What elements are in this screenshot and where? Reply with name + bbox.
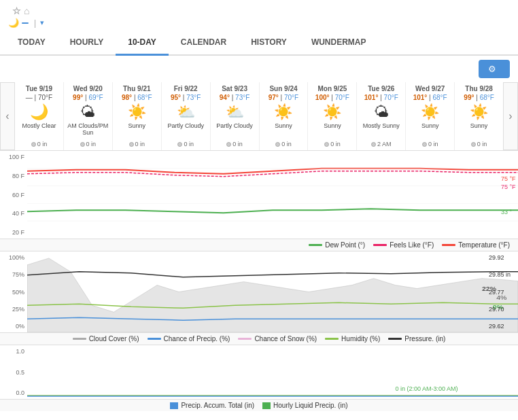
svg-text:0 in (2:00 AM-3:00 AM): 0 in (2:00 AM-3:00 AM) — [396, 385, 458, 392]
legend-color — [238, 338, 252, 340]
day-desc: Sunny — [457, 122, 501, 139]
chevron-down-icon: ▾ — [40, 18, 44, 27]
tab-calendar[interactable]: CALENDAR — [169, 31, 239, 56]
legend-label: Hourly Liquid Precip. (in) — [273, 402, 348, 409]
legend-label: Dew Point (°) — [325, 241, 365, 249]
day-date: Wed 9/27 — [408, 85, 452, 92]
precip-chart-y-labels: 1.00.50.0 — [0, 345, 26, 399]
legend-label: Humidity (%) — [341, 335, 380, 343]
legend-color — [262, 402, 271, 409]
legend-item: Humidity (%) — [325, 335, 380, 343]
day-desc: Sunny — [408, 122, 452, 139]
temp-chart-legend: Dew Point (°)Feels Like (°F)Temperature … — [0, 239, 518, 251]
y-label: 100 F — [1, 154, 24, 160]
tab-wundermap[interactable]: WUNDERMAP — [299, 31, 379, 56]
day-icon: ☀️ — [408, 103, 452, 121]
tab-history[interactable]: HISTORY — [239, 31, 299, 56]
legend-item: Chance of Precip. (%) — [148, 335, 230, 343]
home-icon[interactable]: ⌂ — [24, 5, 29, 16]
y-label: 25% — [1, 306, 24, 313]
tab-10-day[interactable]: 10-DAY — [116, 31, 169, 56]
day-temps: 101° | 70°F — [359, 94, 403, 101]
legend-item: Chance of Snow (%) — [238, 335, 317, 343]
day-desc: Sunny — [310, 122, 354, 139]
day-desc: Sunny — [262, 122, 306, 139]
day-date: Wed 9/20 — [66, 85, 110, 92]
pressure-label: 29.85 in — [489, 271, 517, 278]
day-desc: Partly Cloudy — [213, 122, 257, 139]
svg-text:75 °F: 75 °F — [501, 183, 516, 190]
day-temps: — | 70°F — [17, 94, 61, 101]
day-col-8: Wed 9/27 101° | 68°F ☀️ Sunny 0 in — [406, 82, 455, 150]
day-date: Fri 9/22 — [164, 85, 208, 92]
nav-tabs: TODAYHOURLY10-DAYCALENDARHISTORYWUNDERMA… — [0, 31, 518, 56]
legend-item: Pressure. (in) — [388, 335, 445, 343]
day-col-7: Tue 9/26 101° | 70°F 🌤 Mostly Sunny 2 AM — [357, 82, 406, 150]
day-temps: 94° | 73°F — [213, 94, 257, 101]
cloud-chart-y-labels: 100%75%50%25%0% — [0, 251, 26, 332]
day-date: Thu 9/28 — [457, 85, 501, 92]
pressure-label: 29.70 — [489, 306, 517, 313]
day-precip: 0 in — [262, 141, 306, 147]
cloud-chart-legend: Cloud Cover (%)Chance of Precip. (%)Chan… — [0, 333, 518, 345]
pressure-label: 29.92 — [489, 254, 517, 261]
day-temps: 97° | 70°F — [262, 94, 306, 101]
cloud-chart: 100%75%50%25%0% 29.9229.85 in29.7729.702… — [0, 251, 518, 333]
change-link[interactable]: ▾ — [39, 18, 44, 27]
day-col-6: Mon 9/25 100° | 70°F ☀️ Sunny 0 in — [308, 82, 357, 150]
customize-button[interactable]: ⚙ — [479, 60, 510, 78]
legend-item: Feels Like (°F) — [373, 241, 434, 249]
day-icon: ☀️ — [262, 103, 306, 121]
day-precip: 0 in — [66, 141, 110, 147]
svg-marker-7 — [27, 258, 518, 332]
pressure-labels: 29.9229.85 in29.7729.7029.62 — [487, 251, 518, 332]
legend-label: Feels Like (°F) — [390, 241, 434, 249]
svg-text:33 °: 33 ° — [501, 209, 513, 215]
day-col-5: Sun 9/24 97° | 70°F ☀️ Sunny 0 in — [260, 82, 309, 150]
day-icon: ⛅ — [213, 103, 257, 121]
legend-item: Cloud Cover (%) — [73, 335, 139, 343]
moon-subtitle-icon: 🌙 — [8, 18, 19, 28]
day-desc: Mostly Sunny — [359, 122, 403, 139]
page-title: ☆ ⌂ — [8, 5, 510, 16]
tab-hourly[interactable]: HOURLY — [58, 31, 116, 56]
day-date: Sun 9/24 — [262, 85, 306, 92]
y-label: 1.0 — [1, 348, 24, 355]
legend-color — [388, 338, 402, 340]
day-icon: ☀️ — [115, 103, 159, 121]
legend-label: Cloud Cover (%) — [89, 335, 139, 343]
legend-item: Dew Point (°) — [309, 241, 365, 249]
y-label: 60 F — [1, 192, 24, 198]
legend-label: Temperature (°F) — [458, 241, 510, 249]
y-label: 20 F — [1, 229, 24, 236]
day-temps: 95° | 73°F — [164, 94, 208, 101]
legend-item: Hourly Liquid Precip. (in) — [262, 402, 348, 409]
day-precip: 0 in — [213, 141, 257, 147]
day-desc: Sunny — [115, 122, 159, 139]
day-col-4: Sat 9/23 94° | 73°F ⛅ Partly Cloudy 0 in — [211, 82, 260, 150]
days-container: Tue 9/19 — | 70°F 🌙 Mostly Clear 0 in We… — [15, 82, 503, 150]
header: ☆ ⌂ 🌙 | ▾ — [0, 0, 518, 31]
day-date: Tue 9/19 — [17, 85, 61, 92]
legend-color — [373, 244, 387, 246]
day-icon: ☀️ — [457, 103, 501, 121]
legend-label: Precip. Accum. Total (in) — [181, 402, 254, 409]
star-icon[interactable]: ☆ — [12, 5, 21, 16]
legend-item: Precip. Accum. Total (in) — [170, 402, 254, 409]
legend-color — [170, 402, 178, 409]
day-icon: 🌤 — [66, 103, 110, 121]
tab-today[interactable]: TODAY — [5, 31, 58, 56]
cloud-chart-svg: 22% 4% 0% — [27, 251, 518, 332]
precip-chart: 1.00.50.0 0 in (2:00 AM-3:00 AM) — [0, 345, 518, 400]
legend-color — [309, 244, 322, 246]
next-arrow[interactable]: › — [503, 82, 518, 150]
day-col-2: Thu 9/21 98° | 68°F ☀️ Sunny 0 in — [113, 82, 162, 150]
day-desc: Partly Cloudy — [164, 122, 208, 139]
day-col-3: Fri 9/22 95° | 73°F ⛅ Partly Cloudy 0 in — [162, 82, 211, 150]
pressure-label: 29.77 — [489, 289, 517, 296]
day-precip: 0 in — [17, 141, 61, 147]
day-temps: 98° | 68°F — [115, 94, 159, 101]
prev-arrow[interactable]: ‹ — [0, 82, 15, 150]
cloud-chart-wrapper: 100%75%50%25%0% 29.9229.85 in29.7729.702… — [0, 251, 518, 333]
day-icon: ⛅ — [164, 103, 208, 121]
